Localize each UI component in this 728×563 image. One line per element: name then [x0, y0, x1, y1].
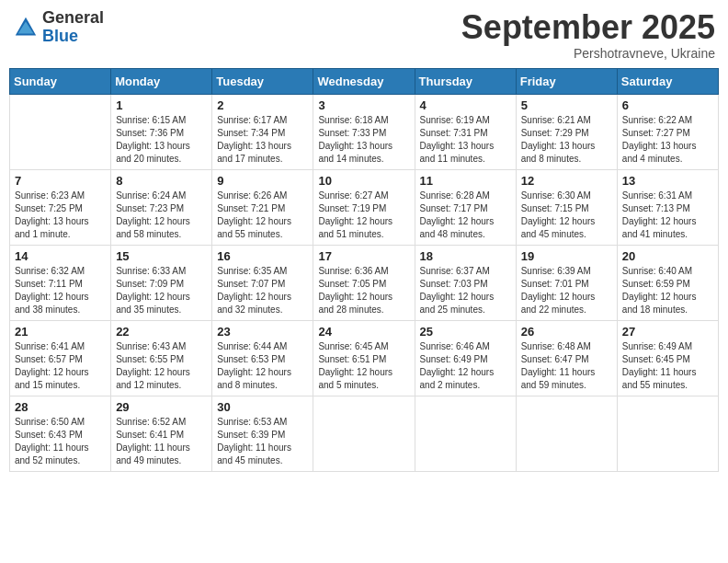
- calendar-cell: 29Sunrise: 6:52 AMSunset: 6:41 PMDayligh…: [111, 396, 212, 471]
- calendar-cell: 20Sunrise: 6:40 AMSunset: 6:59 PMDayligh…: [617, 245, 718, 320]
- calendar-header-thursday: Thursday: [415, 68, 516, 94]
- month-title: September 2025: [461, 9, 715, 46]
- day-info: Sunrise: 6:18 AMSunset: 7:33 PMDaylight:…: [318, 114, 409, 166]
- day-number: 7: [15, 174, 106, 188]
- location: Pershotravneve, Ukraine: [461, 46, 715, 61]
- day-info: Sunrise: 6:43 AMSunset: 6:55 PMDaylight:…: [116, 340, 207, 392]
- day-number: 19: [521, 249, 612, 263]
- day-number: 24: [318, 325, 409, 339]
- calendar-cell: 25Sunrise: 6:46 AMSunset: 6:49 PMDayligh…: [415, 320, 516, 396]
- logo: General Blue: [13, 9, 104, 46]
- day-number: 18: [420, 249, 511, 263]
- day-number: 11: [420, 174, 511, 188]
- calendar-header-wednesday: Wednesday: [313, 68, 415, 94]
- day-info: Sunrise: 6:39 AMSunset: 7:01 PMDaylight:…: [521, 265, 612, 316]
- day-info: Sunrise: 6:15 AMSunset: 7:36 PMDaylight:…: [116, 114, 207, 166]
- calendar-cell: 12Sunrise: 6:30 AMSunset: 7:15 PMDayligh…: [516, 169, 617, 245]
- calendar-cell: 10Sunrise: 6:27 AMSunset: 7:19 PMDayligh…: [313, 169, 415, 245]
- calendar-cell: 14Sunrise: 6:32 AMSunset: 7:11 PMDayligh…: [10, 245, 111, 320]
- day-info: Sunrise: 6:22 AMSunset: 7:27 PMDaylight:…: [622, 114, 713, 166]
- calendar-table: SundayMondayTuesdayWednesdayThursdayFrid…: [9, 68, 719, 472]
- calendar-header-saturday: Saturday: [617, 68, 718, 94]
- calendar-cell: 1Sunrise: 6:15 AMSunset: 7:36 PMDaylight…: [111, 94, 212, 169]
- day-info: Sunrise: 6:17 AMSunset: 7:34 PMDaylight:…: [217, 114, 308, 166]
- day-info: Sunrise: 6:28 AMSunset: 7:17 PMDaylight:…: [420, 190, 511, 241]
- calendar-cell: 9Sunrise: 6:26 AMSunset: 7:21 PMDaylight…: [212, 169, 313, 245]
- day-info: Sunrise: 6:31 AMSunset: 7:13 PMDaylight:…: [622, 190, 713, 241]
- calendar-cell: 8Sunrise: 6:24 AMSunset: 7:23 PMDaylight…: [111, 169, 212, 245]
- day-number: 22: [116, 325, 207, 339]
- calendar-cell: 27Sunrise: 6:49 AMSunset: 6:45 PMDayligh…: [617, 320, 718, 396]
- calendar-cell: 26Sunrise: 6:48 AMSunset: 6:47 PMDayligh…: [516, 320, 617, 396]
- calendar-cell: [313, 396, 415, 471]
- day-number: 10: [318, 174, 409, 188]
- calendar-cell: 23Sunrise: 6:44 AMSunset: 6:53 PMDayligh…: [212, 320, 313, 396]
- logo-blue: Blue: [42, 28, 104, 46]
- day-info: Sunrise: 6:36 AMSunset: 7:05 PMDaylight:…: [318, 265, 409, 316]
- day-info: Sunrise: 6:53 AMSunset: 6:39 PMDaylight:…: [217, 416, 308, 467]
- day-number: 20: [622, 249, 713, 263]
- calendar-cell: 11Sunrise: 6:28 AMSunset: 7:17 PMDayligh…: [415, 169, 516, 245]
- day-info: Sunrise: 6:19 AMSunset: 7:31 PMDaylight:…: [420, 114, 511, 166]
- calendar-cell: 2Sunrise: 6:17 AMSunset: 7:34 PMDaylight…: [212, 94, 313, 169]
- title-block: September 2025 Pershotravneve, Ukraine: [461, 9, 715, 61]
- calendar-cell: 13Sunrise: 6:31 AMSunset: 7:13 PMDayligh…: [617, 169, 718, 245]
- day-number: 9: [217, 174, 308, 188]
- calendar-cell: 3Sunrise: 6:18 AMSunset: 7:33 PMDaylight…: [313, 94, 415, 169]
- day-number: 5: [521, 98, 612, 112]
- day-number: 12: [521, 174, 612, 188]
- calendar-cell: [516, 396, 617, 471]
- day-number: 4: [420, 98, 511, 112]
- calendar-cell: [415, 396, 516, 471]
- day-info: Sunrise: 6:46 AMSunset: 6:49 PMDaylight:…: [420, 340, 511, 392]
- day-number: 13: [622, 174, 713, 188]
- day-number: 14: [15, 249, 106, 263]
- logo-icon: [13, 15, 39, 40]
- day-info: Sunrise: 6:26 AMSunset: 7:21 PMDaylight:…: [217, 190, 308, 241]
- day-info: Sunrise: 6:52 AMSunset: 6:41 PMDaylight:…: [116, 416, 207, 467]
- calendar-cell: 7Sunrise: 6:23 AMSunset: 7:25 PMDaylight…: [10, 169, 111, 245]
- day-info: Sunrise: 6:44 AMSunset: 6:53 PMDaylight:…: [217, 340, 308, 392]
- day-info: Sunrise: 6:23 AMSunset: 7:25 PMDaylight:…: [15, 190, 106, 241]
- week-row-2: 7Sunrise: 6:23 AMSunset: 7:25 PMDaylight…: [10, 169, 719, 245]
- calendar-cell: 28Sunrise: 6:50 AMSunset: 6:43 PMDayligh…: [10, 396, 111, 471]
- day-info: Sunrise: 6:40 AMSunset: 6:59 PMDaylight:…: [622, 265, 713, 316]
- day-number: 25: [420, 325, 511, 339]
- calendar-cell: [617, 396, 718, 471]
- day-number: 6: [622, 98, 713, 112]
- week-row-5: 28Sunrise: 6:50 AMSunset: 6:43 PMDayligh…: [10, 396, 719, 471]
- calendar-header-friday: Friday: [516, 68, 617, 94]
- calendar-cell: 6Sunrise: 6:22 AMSunset: 7:27 PMDaylight…: [617, 94, 718, 169]
- calendar-cell: 22Sunrise: 6:43 AMSunset: 6:55 PMDayligh…: [111, 320, 212, 396]
- day-info: Sunrise: 6:33 AMSunset: 7:09 PMDaylight:…: [116, 265, 207, 316]
- calendar-cell: 16Sunrise: 6:35 AMSunset: 7:07 PMDayligh…: [212, 245, 313, 320]
- calendar-header-row: SundayMondayTuesdayWednesdayThursdayFrid…: [10, 68, 719, 94]
- calendar-cell: 5Sunrise: 6:21 AMSunset: 7:29 PMDaylight…: [516, 94, 617, 169]
- calendar-cell: 17Sunrise: 6:36 AMSunset: 7:05 PMDayligh…: [313, 245, 415, 320]
- week-row-3: 14Sunrise: 6:32 AMSunset: 7:11 PMDayligh…: [10, 245, 719, 320]
- day-number: 16: [217, 249, 308, 263]
- day-info: Sunrise: 6:35 AMSunset: 7:07 PMDaylight:…: [217, 265, 308, 316]
- calendar-cell: 18Sunrise: 6:37 AMSunset: 7:03 PMDayligh…: [415, 245, 516, 320]
- day-info: Sunrise: 6:32 AMSunset: 7:11 PMDaylight:…: [15, 265, 106, 316]
- day-number: 23: [217, 325, 308, 339]
- calendar-cell: [10, 94, 111, 169]
- day-number: 8: [116, 174, 207, 188]
- calendar-cell: 21Sunrise: 6:41 AMSunset: 6:57 PMDayligh…: [10, 320, 111, 396]
- calendar-cell: 19Sunrise: 6:39 AMSunset: 7:01 PMDayligh…: [516, 245, 617, 320]
- day-number: 28: [15, 400, 106, 414]
- day-info: Sunrise: 6:37 AMSunset: 7:03 PMDaylight:…: [420, 265, 511, 316]
- day-number: 17: [318, 249, 409, 263]
- page-header: General Blue September 2025 Pershotravne…: [9, 9, 719, 61]
- day-info: Sunrise: 6:45 AMSunset: 6:51 PMDaylight:…: [318, 340, 409, 392]
- day-info: Sunrise: 6:41 AMSunset: 6:57 PMDaylight:…: [15, 340, 106, 392]
- day-number: 29: [116, 400, 207, 414]
- logo-text: General Blue: [42, 9, 104, 46]
- day-info: Sunrise: 6:30 AMSunset: 7:15 PMDaylight:…: [521, 190, 612, 241]
- day-number: 1: [116, 98, 207, 112]
- day-number: 30: [217, 400, 308, 414]
- calendar-header-tuesday: Tuesday: [212, 68, 313, 94]
- logo-general: General: [42, 9, 104, 28]
- week-row-1: 1Sunrise: 6:15 AMSunset: 7:36 PMDaylight…: [10, 94, 719, 169]
- day-number: 21: [15, 325, 106, 339]
